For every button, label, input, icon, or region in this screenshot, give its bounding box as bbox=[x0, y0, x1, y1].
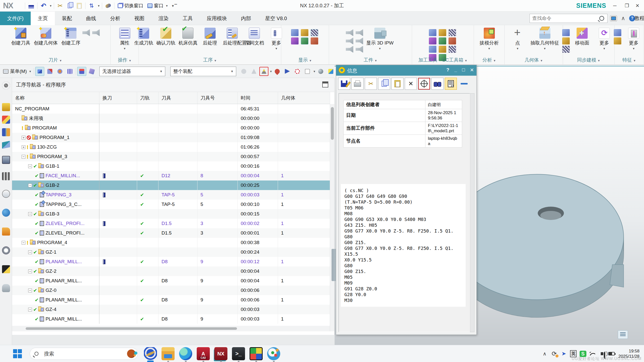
tray-sync-icon[interactable]: ⟳ bbox=[549, 349, 559, 358]
copy-icon[interactable] bbox=[378, 78, 390, 90]
snap-intersection-icon[interactable] bbox=[273, 67, 282, 76]
snap-arc-center-icon[interactable] bbox=[283, 67, 292, 76]
information-content[interactable]: 信息列表创建者白建明日期28-Nov-2025 19:56:36当前工作部件F:… bbox=[339, 93, 470, 332]
start-button[interactable] bbox=[13, 349, 22, 358]
ribbon-small-icon[interactable] bbox=[301, 29, 308, 36]
info-scrollbar[interactable] bbox=[470, 93, 474, 332]
hd3d-tool-icon[interactable] bbox=[2, 190, 10, 198]
nav-row-TAPPING_3_C...[interactable]: ✔TAPPING_3_C...✔TAP-5500:00:101 bbox=[12, 200, 330, 209]
info-help-icon[interactable]: ? bbox=[446, 67, 449, 73]
expand-icon[interactable]: − bbox=[28, 308, 32, 311]
ribbon-small-icon[interactable] bbox=[562, 37, 570, 44]
expand-icon[interactable]: − bbox=[28, 250, 32, 254]
tab-视图[interactable]: 视图 bbox=[127, 12, 151, 25]
find-icon[interactable] bbox=[431, 78, 444, 90]
origin-icon[interactable] bbox=[418, 78, 430, 90]
switch-window-button[interactable]: 切换窗口 bbox=[116, 2, 145, 10]
ribbon-button-生成刀轨[interactable]: 生成刀轨 bbox=[133, 27, 154, 46]
ribbon-button-创建工序[interactable]: 创建工序 bbox=[60, 27, 82, 46]
info-minimize-icon[interactable]: _ bbox=[454, 67, 457, 73]
ribbon-small-icon[interactable] bbox=[614, 29, 621, 36]
nav-row-130-ZCG[interactable]: +!130-ZCG01:06:26 bbox=[12, 142, 330, 152]
information-title-bar[interactable]: 信息 ? _ □ ✕ bbox=[336, 65, 476, 76]
expand-icon[interactable]: − bbox=[28, 289, 32, 292]
operation-navigator-icon[interactable] bbox=[2, 141, 10, 149]
window-menu-button[interactable]: 窗口▼ bbox=[146, 2, 170, 10]
expand-icon[interactable]: − bbox=[28, 212, 32, 216]
ribbon-small-icon[interactable] bbox=[449, 29, 456, 36]
nav-row-PLANAR_MILL...[interactable]: ✔PLANAR_MILL...✔D8900:00:061 bbox=[12, 295, 330, 305]
ribbon-button-属性[interactable]: 属性▼ bbox=[114, 27, 136, 50]
tab-渲染[interactable]: 渲染 bbox=[151, 12, 176, 25]
repeat-caret-icon[interactable]: ▼ bbox=[97, 4, 100, 7]
nav-row-ZLEVEL_PROFI...[interactable]: ✔ZLEVEL_PROFI...✔D1.5300:00:021 bbox=[12, 219, 330, 228]
tab-曲线[interactable]: 曲线 bbox=[79, 12, 103, 25]
close-button[interactable]: ✕ bbox=[632, 2, 642, 10]
ribbon-button-后处理[interactable]: 后处理 bbox=[199, 27, 221, 46]
expand-icon[interactable]: − bbox=[28, 269, 32, 273]
expand-icon[interactable]: + bbox=[22, 136, 25, 140]
blank-region-icon[interactable] bbox=[346, 37, 353, 44]
snap-endpoint-icon[interactable] bbox=[249, 67, 258, 76]
repeat-command-icon[interactable]: ⇅ bbox=[87, 2, 96, 10]
selection-scope-dropdown[interactable]: 整个装配▼ bbox=[170, 67, 236, 76]
roles-icon[interactable] bbox=[2, 284, 10, 292]
delete-icon[interactable]: ✕ bbox=[405, 78, 417, 90]
menu-button[interactable]: 菜单(M)▼ bbox=[2, 67, 33, 75]
info-maximize-icon[interactable]: □ bbox=[462, 67, 465, 73]
blank-region-icon[interactable] bbox=[346, 46, 353, 53]
assembly-constraints-icon[interactable] bbox=[45, 67, 54, 76]
taskbar-search[interactable]: 搜索 bbox=[30, 348, 138, 360]
ribbon-button-机床仿真[interactable]: 机床仿真 bbox=[177, 27, 199, 46]
ribbon-small-icon[interactable] bbox=[562, 29, 570, 36]
undo-icon[interactable]: ↶ bbox=[39, 2, 48, 10]
save-icon[interactable] bbox=[27, 2, 35, 10]
taskbar-file-explorer-icon[interactable] bbox=[162, 347, 175, 360]
tab-星空 V8.0[interactable]: 星空 V8.0 bbox=[258, 12, 294, 25]
show-degrees-icon[interactable] bbox=[65, 67, 74, 76]
ribbon-small-icon[interactable] bbox=[439, 37, 446, 44]
ribbon-button-抽取几何特征[interactable]: 抽取几何特征▼ bbox=[529, 27, 561, 50]
expand-icon[interactable]: − bbox=[28, 184, 32, 187]
process-studio-icon[interactable] bbox=[2, 246, 10, 254]
minimize-list-icon[interactable] bbox=[458, 78, 470, 90]
expand-icon[interactable]: − bbox=[22, 241, 25, 245]
qa-overflow-icon[interactable]: ▼▔ bbox=[171, 4, 177, 8]
taskbar-app-nx-active-icon[interactable] bbox=[144, 347, 157, 360]
blank-region-icon[interactable] bbox=[356, 46, 363, 53]
nav-row-PROGRAM_1[interactable]: +PROGRAM_101:09:08 bbox=[12, 133, 330, 142]
ribbon-button-显示 3D IPW[interactable]: 显示 3D IPW▼ bbox=[365, 27, 395, 50]
nav-row-未用项[interactable]: 未用项00:00:00 bbox=[12, 114, 330, 123]
ribbon-button-拔模分析[interactable]: 拔模分析▼ bbox=[478, 27, 500, 50]
cut-icon[interactable]: ✂ bbox=[365, 78, 377, 90]
wcs-dynamics-icon[interactable] bbox=[77, 67, 86, 76]
selection-filter-dropdown[interactable]: 无选择过滤器▼ bbox=[99, 67, 165, 76]
tab-装配[interactable]: 装配 bbox=[55, 12, 79, 25]
datum-plane-icon[interactable] bbox=[87, 67, 96, 76]
command-finder-input[interactable] bbox=[530, 16, 599, 21]
tab-工具[interactable]: 工具 bbox=[176, 12, 200, 25]
nav-row-PROGRAM_3[interactable]: −!PROGRAM_300:00:57 bbox=[12, 152, 330, 161]
snap-quadrant-icon[interactable] bbox=[293, 67, 302, 76]
tab-应用模块[interactable]: 应用模块 bbox=[200, 12, 234, 25]
snap-caret-icon[interactable]: ▼ bbox=[269, 70, 272, 73]
ribbon-small-icon[interactable] bbox=[429, 29, 436, 36]
ribbon-small-icon[interactable] bbox=[291, 37, 299, 44]
paste-icon[interactable] bbox=[75, 2, 84, 10]
snap-point-icon[interactable] bbox=[239, 67, 248, 76]
blank-region-icon[interactable] bbox=[356, 37, 363, 44]
assembly-navigator-icon[interactable] bbox=[2, 103, 10, 111]
nav-row-PLANAR_MILL...[interactable]: ✔PLANAR_MILL...✔D8900:00:031 bbox=[12, 314, 330, 324]
tray-chevron-up-icon[interactable]: ∧ bbox=[540, 349, 549, 358]
nav-row-PROGRAM[interactable]: !PROGRAM00:00:00 bbox=[12, 123, 330, 133]
snap-midpoint-icon[interactable] bbox=[259, 67, 268, 76]
nav-row-ZLEVEL_PROFI...[interactable]: ✔ZLEVEL_PROFI...✔D1.5300:00:011 bbox=[12, 228, 330, 238]
tab-主页[interactable]: 主页 bbox=[31, 12, 55, 25]
ribbon-button-更多[interactable]: 更多▼ bbox=[623, 27, 644, 50]
expand-icon[interactable]: − bbox=[22, 155, 25, 159]
machine-tool-navigator-icon[interactable] bbox=[2, 156, 10, 164]
taskbar-cube-app-icon[interactable] bbox=[250, 347, 263, 360]
blank-region-icon[interactable] bbox=[83, 29, 90, 36]
restore-button[interactable]: ❐ bbox=[622, 2, 632, 10]
web-browser-icon[interactable] bbox=[2, 209, 10, 217]
